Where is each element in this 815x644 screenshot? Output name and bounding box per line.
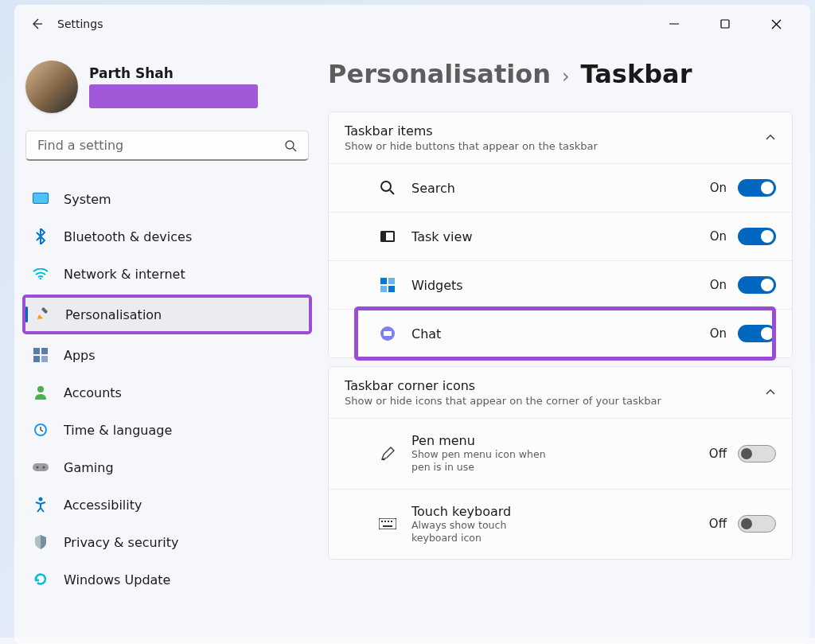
widgets-icon <box>378 275 397 295</box>
system-taskbar <box>0 638 815 644</box>
toggle-widgets[interactable] <box>738 276 776 294</box>
svg-rect-33 <box>381 521 383 522</box>
svg-rect-11 <box>41 348 48 354</box>
row-sublabel: Show pen menu icon when pen is in use <box>411 448 547 474</box>
svg-rect-36 <box>391 521 392 522</box>
sidebar-item-gaming[interactable]: Gaming <box>24 451 310 484</box>
row-chat: Chat On <box>329 309 792 357</box>
svg-rect-1 <box>721 20 729 28</box>
svg-rect-26 <box>380 278 387 284</box>
svg-rect-35 <box>388 521 389 522</box>
svg-rect-27 <box>388 278 395 284</box>
app-title: Settings <box>57 18 103 30</box>
toggle-pen-menu[interactable] <box>738 445 776 463</box>
gamepad-icon <box>32 459 49 476</box>
row-state: On <box>710 326 727 341</box>
svg-point-21 <box>381 181 391 191</box>
clock-icon <box>32 421 49 439</box>
person-icon <box>32 384 49 401</box>
svg-rect-31 <box>384 331 392 336</box>
svg-point-4 <box>286 141 294 149</box>
chevron-right-icon: › <box>562 65 570 88</box>
sidebar-item-accessibility[interactable]: Accessibility <box>24 488 310 521</box>
chat-icon <box>378 324 397 343</box>
search-wrap <box>25 131 309 161</box>
sidebar-item-label: Windows Update <box>64 572 170 587</box>
row-label: Touch keyboard <box>411 504 547 519</box>
close-button[interactable] <box>758 11 794 37</box>
section-taskbar-items: Taskbar items Show or hide buttons that … <box>328 111 793 358</box>
chevron-up-icon <box>765 134 776 142</box>
svg-line-22 <box>390 190 394 194</box>
toggle-chat[interactable] <box>738 325 776 342</box>
sidebar-item-network[interactable]: Network & internet <box>24 257 310 291</box>
profile-info: Parth Shah <box>89 60 258 108</box>
svg-rect-29 <box>388 286 395 292</box>
page-title: Taskbar <box>581 59 692 89</box>
row-touch-keyboard: Touch keyboard Always show touch keyboar… <box>329 489 792 560</box>
section-corner-icons: Taskbar corner icons Show or hide icons … <box>328 366 793 560</box>
section-header-corner-icons[interactable]: Taskbar corner icons Show or hide icons … <box>329 367 792 418</box>
search-input[interactable] <box>37 138 284 153</box>
row-search: Search On <box>329 163 792 212</box>
sidebar-item-accounts[interactable]: Accounts <box>24 376 310 409</box>
section-title: Taskbar items <box>345 123 598 139</box>
wifi-icon <box>32 265 49 283</box>
sidebar-item-privacy[interactable]: Privacy & security <box>24 525 310 559</box>
svg-rect-17 <box>33 463 49 471</box>
toggle-touch-keyboard[interactable] <box>738 515 776 533</box>
display-icon <box>32 190 49 208</box>
toggle-search[interactable] <box>738 179 776 197</box>
row-state: Off <box>709 517 727 531</box>
svg-rect-9 <box>41 307 48 314</box>
profile-name: Parth Shah <box>89 65 258 81</box>
sidebar: Parth Shah System <box>14 43 317 644</box>
sidebar-item-bluetooth[interactable]: Bluetooth & devices <box>24 220 310 253</box>
sidebar-item-label: Personalisation <box>65 307 162 322</box>
minimize-button[interactable] <box>656 11 692 37</box>
apps-icon <box>32 346 49 364</box>
svg-rect-13 <box>41 356 48 362</box>
taskview-icon <box>378 227 397 246</box>
nav: System Bluetooth & devices Network & int… <box>22 172 312 596</box>
sidebar-item-label: Accounts <box>64 385 122 400</box>
sidebar-item-personalisation[interactable]: Personalisation <box>25 298 309 331</box>
svg-rect-10 <box>33 348 40 354</box>
svg-rect-32 <box>379 518 396 529</box>
sidebar-item-label: Network & internet <box>64 267 185 282</box>
breadcrumb-parent[interactable]: Personalisation <box>328 59 551 89</box>
window-controls <box>656 11 804 37</box>
search-box[interactable] <box>25 131 309 161</box>
svg-point-14 <box>37 386 44 392</box>
shield-icon <box>32 533 49 551</box>
toggle-taskview[interactable] <box>738 228 776 245</box>
sidebar-item-apps[interactable]: Apps <box>24 338 310 372</box>
maximize-button[interactable] <box>707 11 743 37</box>
row-label: Chat <box>411 326 441 342</box>
section-subtitle: Show or hide icons that appear on the co… <box>345 395 661 407</box>
sidebar-item-system[interactable]: System <box>24 182 310 216</box>
sidebar-item-label: Accessibility <box>64 498 142 513</box>
sidebar-item-label: Privacy & security <box>64 535 178 550</box>
svg-rect-7 <box>33 193 48 203</box>
sidebar-item-time[interactable]: Time & language <box>24 413 310 447</box>
svg-point-18 <box>37 466 39 469</box>
row-label: Pen menu <box>411 433 547 448</box>
row-state: On <box>710 181 727 195</box>
paintbrush-icon <box>33 306 51 323</box>
svg-point-8 <box>40 278 42 279</box>
section-subtitle: Show or hide buttons that appear on the … <box>345 140 598 152</box>
sidebar-item-label: Time & language <box>64 423 172 438</box>
sidebar-item-update[interactable]: Windows Update <box>24 563 310 596</box>
section-title: Taskbar corner icons <box>345 378 661 393</box>
svg-point-19 <box>43 466 45 469</box>
section-header-taskbar-items[interactable]: Taskbar items Show or hide buttons that … <box>329 112 792 163</box>
row-state: Off <box>709 447 727 461</box>
row-sublabel: Always show touch keyboard icon <box>411 519 547 545</box>
svg-point-20 <box>39 498 43 502</box>
row-pen-menu: Pen menu Show pen menu icon when pen is … <box>329 418 792 489</box>
chevron-up-icon <box>765 388 776 396</box>
profile[interactable]: Parth Shah <box>22 60 312 113</box>
svg-rect-37 <box>383 525 392 527</box>
back-button[interactable] <box>21 8 53 40</box>
